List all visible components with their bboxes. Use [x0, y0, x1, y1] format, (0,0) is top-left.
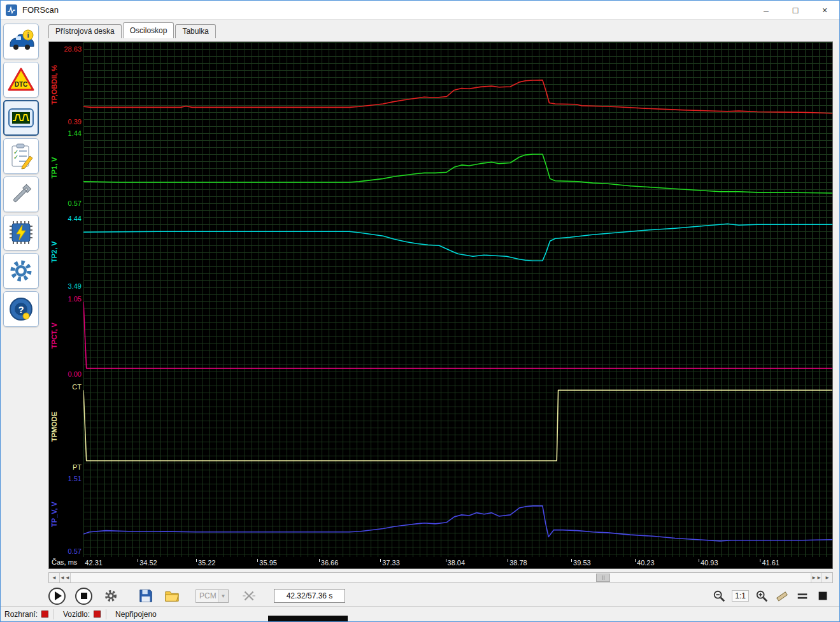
transport-toolbar: PCM ▼ 42.32/57.36 s 1:1	[48, 585, 833, 607]
scrollbar-thumb[interactable]	[596, 574, 610, 582]
x-axis: Čas, ms 42.3134.5235.2235.9536.6637.3338…	[49, 557, 832, 568]
x-tick-label: 38.04	[448, 559, 466, 567]
x-tick-label: 40.23	[637, 559, 655, 567]
horizontal-scrollbar: ◄ ◄◄ ►► ►	[48, 572, 833, 583]
oscilloscope-icon	[7, 104, 35, 132]
x-tick-label: 42.31	[85, 559, 103, 567]
channel-max-label: 1.44	[68, 129, 82, 137]
plot-area[interactable]	[83, 42, 832, 557]
trace-tp1	[83, 127, 832, 208]
window-title: FORScan	[22, 5, 59, 15]
tab-oscilloscope[interactable]: Osciloskop	[123, 22, 174, 38]
scroll-right-fast-button[interactable]: ►►	[811, 573, 822, 582]
time-position-field[interactable]: 42.32/57.36 s	[274, 589, 345, 603]
x-tick-label: 40.93	[701, 559, 718, 567]
tab-bar: Přístrojová deska Osciloskop Tabulka	[48, 22, 217, 38]
module-select[interactable]: PCM ▼	[196, 589, 229, 603]
sidebar-item-read-dtc[interactable]: DTC	[3, 62, 39, 98]
sidebar-item-programming[interactable]	[3, 215, 39, 250]
maximize-button[interactable]: □	[781, 1, 810, 20]
magnifier-plus-icon	[755, 589, 768, 602]
filled-square-icon	[816, 589, 829, 602]
tab-table[interactable]: Tabulka	[175, 24, 215, 38]
scroll-left-fast-button[interactable]: ◄◄	[60, 573, 71, 582]
trace-tpobdii	[83, 43, 832, 126]
chip-icon	[7, 219, 35, 247]
magnifier-icon	[713, 589, 725, 602]
channel-max-label: 1.05	[68, 295, 82, 303]
channel-min-label: 0.57	[68, 547, 82, 555]
channel-max-label: 4.44	[68, 215, 82, 222]
interface-label: Rozhraní:	[4, 610, 38, 619]
divider	[53, 609, 54, 619]
save-button[interactable]	[137, 588, 154, 605]
sidebar-item-about[interactable]: ?	[3, 291, 39, 327]
channel-labels-tp1: TP1, V 1.44 0.57	[49, 127, 83, 208]
sidebar-item-vehicle-info[interactable]: i	[3, 24, 39, 59]
stop-icon	[81, 593, 87, 599]
gear-icon	[7, 257, 35, 285]
oscilloscope-chart: TP,OBDII, % 28.63 0.39 TP1, V 1.44 0.57 …	[48, 41, 833, 569]
zoom-in-button[interactable]	[754, 588, 769, 604]
clear-marks-icon	[241, 588, 257, 604]
channel-max-label: CT	[72, 383, 82, 391]
play-button[interactable]	[48, 588, 66, 605]
tests-checklist-icon: ✓✓	[7, 142, 35, 170]
channel-name: TPMODE	[49, 381, 59, 472]
x-tick-label: 38.78	[509, 559, 527, 567]
zoom-out-button[interactable]	[711, 588, 727, 604]
trace-tp2	[83, 213, 832, 291]
x-tick-label: 34.52	[139, 559, 157, 567]
measure-button[interactable]	[774, 588, 790, 604]
sidebar-item-settings[interactable]	[3, 253, 39, 289]
trace-tpct	[83, 293, 832, 379]
channel-min-label: 0.57	[68, 199, 82, 207]
connection-status: Nepřipojeno	[115, 610, 157, 619]
sidebar-item-oscilloscope[interactable]	[3, 100, 39, 136]
status-bar: Rozhraní: Vozidlo: Nepřipojeno	[1, 606, 839, 621]
dtc-warning-icon: DTC	[7, 66, 35, 94]
wrench-icon	[7, 180, 35, 208]
channel-labels-tpct: TPCT, V 1.05 0.00	[49, 293, 83, 379]
stop-button[interactable]	[75, 588, 92, 605]
lines-icon	[796, 589, 809, 602]
minimize-button[interactable]: –	[751, 1, 781, 20]
divider	[106, 609, 106, 619]
tab-dashboard[interactable]: Přístrojová deska	[48, 24, 122, 38]
scroll-right-button[interactable]: ►	[822, 573, 832, 582]
gear-icon	[103, 588, 118, 604]
floppy-icon	[138, 588, 153, 604]
x-tick-label: 37.33	[382, 559, 400, 567]
play-icon	[55, 591, 62, 600]
x-tick-label: 35.22	[198, 559, 216, 567]
interface-status-indicator	[41, 611, 48, 618]
vehicle-info-icon: i	[7, 27, 35, 55]
scrollbar-track[interactable]	[71, 573, 811, 582]
module-select-value: PCM	[196, 591, 218, 600]
svg-text:✓: ✓	[13, 154, 18, 161]
channel-labels-tpobdii: TP,OBDII, % 28.63 0.39	[49, 43, 83, 126]
clear-marks-button[interactable]	[240, 588, 257, 605]
channel-min-label: 3.49	[68, 282, 82, 290]
channel-labels-tpv: TP_V, V 1.51 0.57	[49, 473, 83, 556]
close-button[interactable]: ×	[810, 1, 839, 20]
scroll-left-button[interactable]: ◄	[49, 573, 60, 582]
layout-lines-button[interactable]	[795, 588, 810, 604]
sidebar-item-tests[interactable]: ✓✓	[3, 138, 39, 174]
channel-min-label: 0.39	[68, 118, 82, 126]
trace-tpv	[83, 473, 832, 556]
load-button[interactable]	[163, 588, 180, 605]
vehicle-status-indicator	[94, 611, 101, 618]
svg-text:DTC: DTC	[15, 81, 28, 88]
x-tick-label: 41.61	[762, 559, 779, 567]
channel-name: TP2, V	[49, 213, 59, 291]
channel-labels-tpmode: TPMODE CT PT	[49, 381, 83, 472]
channel-min-label: PT	[73, 463, 82, 471]
solid-view-button[interactable]	[815, 588, 830, 604]
channel-name: TP1, V	[49, 127, 59, 208]
x-axis-title: Čas, ms	[52, 558, 77, 566]
scope-settings-button[interactable]	[102, 588, 119, 605]
svg-text:?: ?	[18, 304, 24, 315]
sidebar-item-service[interactable]	[3, 177, 39, 212]
zoom-ratio-label: 1:1	[732, 590, 749, 602]
